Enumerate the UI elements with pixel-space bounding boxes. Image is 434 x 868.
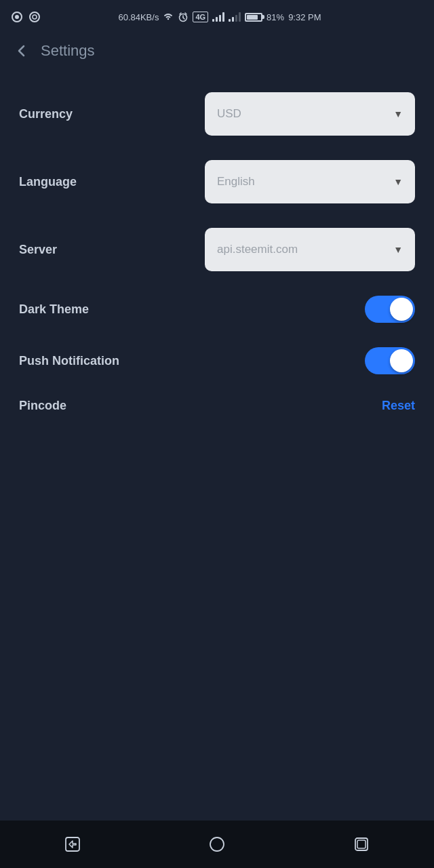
- currency-row: Currency USD ▼: [19, 80, 415, 148]
- language-value: English: [217, 175, 255, 189]
- server-row: Server api.steemit.com ▼: [19, 216, 415, 283]
- language-row: Language English ▼: [19, 148, 415, 216]
- pincode-reset-button[interactable]: Reset: [382, 399, 415, 413]
- settings-content: Currency USD ▼ Language English ▼ Server…: [0, 73, 434, 821]
- back-button[interactable]: [14, 43, 30, 59]
- pincode-label: Pincode: [19, 399, 66, 413]
- notification-icon: [11, 11, 23, 23]
- nav-recent-button[interactable]: [348, 831, 375, 858]
- svg-line-6: [183, 18, 184, 19]
- svg-rect-12: [357, 840, 366, 848]
- network-speed: 60.84KB/s: [118, 12, 159, 22]
- alarm-icon: [178, 12, 189, 22]
- nav-back-button[interactable]: [59, 831, 86, 858]
- server-label: Server: [19, 243, 57, 257]
- push-notification-row: Push Notification: [19, 335, 415, 387]
- push-notification-label: Push Notification: [19, 354, 119, 368]
- status-left-icons: [11, 11, 41, 23]
- nav-home-button[interactable]: [203, 831, 231, 858]
- pincode-row: Pincode Reset: [19, 387, 415, 425]
- wifi-icon: [163, 12, 174, 22]
- language-dropdown-arrow: ▼: [393, 176, 403, 187]
- time: 9:32 PM: [288, 12, 321, 22]
- signal-bars-1: [212, 12, 224, 22]
- currency-value: USD: [217, 107, 241, 121]
- network-type: 4G: [193, 12, 208, 22]
- dark-theme-row: Dark Theme: [19, 283, 415, 335]
- push-notification-toggle[interactable]: [365, 347, 415, 374]
- language-dropdown[interactable]: English ▼: [205, 160, 415, 203]
- battery-indicator: [245, 13, 262, 22]
- battery-percent: 81%: [267, 12, 284, 22]
- svg-point-3: [33, 15, 37, 19]
- svg-point-10: [210, 837, 224, 851]
- currency-dropdown-arrow: ▼: [393, 108, 403, 119]
- page-title: Settings: [41, 42, 95, 60]
- currency-label: Currency: [19, 107, 73, 121]
- dark-theme-label: Dark Theme: [19, 302, 89, 317]
- top-nav: Settings: [0, 34, 434, 73]
- push-notification-toggle-knob: [390, 349, 413, 372]
- svg-point-2: [30, 12, 39, 22]
- currency-dropdown[interactable]: USD ▼: [205, 92, 415, 136]
- language-label: Language: [19, 175, 77, 189]
- dark-theme-toggle-knob: [390, 298, 413, 321]
- server-dropdown-arrow: ▼: [393, 244, 403, 255]
- server-dropdown[interactable]: api.steemit.com ▼: [205, 228, 415, 271]
- target-icon: [28, 11, 41, 23]
- svg-rect-9: [66, 837, 79, 851]
- dark-theme-toggle[interactable]: [365, 296, 415, 323]
- status-bar: 60.84KB/s 4G 81%: [0, 0, 434, 34]
- signal-bars-2: [229, 12, 241, 22]
- status-center: 60.84KB/s 4G 81%: [118, 12, 321, 22]
- svg-point-1: [15, 15, 19, 19]
- bottom-nav-bar: [0, 821, 434, 868]
- server-value: api.steemit.com: [217, 243, 298, 256]
